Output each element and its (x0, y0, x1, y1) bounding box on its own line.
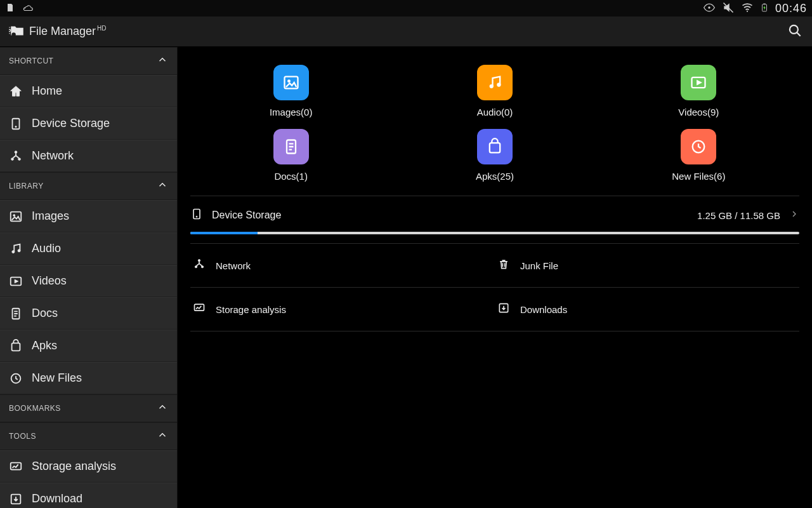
svg-point-17 (708, 6, 710, 8)
svg-point-21 (11, 32, 15, 37)
storage-status: 1.25 GB / 11.58 GB (697, 210, 780, 221)
sidebar-item-videos[interactable]: Videos (0, 265, 177, 297)
sidebar-section-label: LIBRARY (9, 182, 44, 190)
tool-label: Downloads (520, 304, 567, 315)
category-label: Audio(0) (477, 107, 513, 117)
apk-icon (477, 129, 513, 164)
app-header: File ManagerHD (0, 17, 812, 47)
sidebar-section-tools[interactable]: TOOLS (0, 422, 177, 450)
sidebar: SHORTCUT Home Device Storage Network LIB… (0, 47, 178, 508)
sidebar-item-images[interactable]: Images (0, 200, 177, 232)
download-icon (497, 302, 510, 317)
storage-icon (190, 208, 203, 223)
network-icon (9, 149, 23, 163)
audio-icon (9, 242, 23, 256)
mute-icon (722, 1, 735, 16)
tools-grid: Network Junk File Storage analysis Downl… (190, 244, 799, 331)
analysis-icon (193, 302, 206, 317)
category-label: Images(0) (270, 107, 313, 117)
category-new-files[interactable]: New Files(6) (597, 129, 801, 182)
category-docs[interactable]: Docs(1) (189, 129, 393, 182)
storage-progress (190, 232, 799, 234)
sidebar-item-label: Device Storage (32, 117, 110, 130)
apk-icon (9, 339, 23, 353)
battery-charging-icon (760, 1, 769, 16)
chevron-up-icon (157, 54, 168, 68)
tool-label: Storage analysis (216, 304, 286, 315)
sidebar-item-device-storage[interactable]: Device Storage (0, 107, 177, 140)
image-icon (9, 210, 23, 224)
clock-icon (681, 129, 716, 164)
sidebar-item-label: Audio (32, 242, 61, 255)
sidebar-item-network[interactable]: Network (0, 140, 177, 172)
trash-icon (497, 258, 510, 273)
audio-icon (477, 65, 513, 100)
sidebar-item-audio[interactable]: Audio (0, 232, 177, 265)
chevron-up-icon (157, 401, 168, 415)
category-images[interactable]: Images(0) (189, 65, 393, 117)
chevron-up-icon (157, 429, 168, 443)
chevron-up-icon (157, 179, 168, 193)
sidebar-section-label: BOOKMARKS (9, 404, 61, 413)
tool-storage-analysis[interactable]: Storage analysis (190, 287, 495, 331)
android-status-bar: 00:46 (0, 0, 812, 17)
storage-icon (9, 117, 23, 131)
sidebar-item-download[interactable]: Download (0, 483, 177, 508)
sidebar-item-label: Download (32, 492, 82, 505)
sidebar-item-label: Storage analysis (32, 460, 116, 473)
app-title: File ManagerHD (29, 25, 107, 38)
sidebar-item-label: Docs (32, 307, 58, 320)
doc-icon (273, 129, 309, 164)
category-label: New Files(6) (672, 171, 725, 182)
category-apks[interactable]: Apks(25) (393, 129, 596, 182)
tool-downloads[interactable]: Downloads (495, 287, 799, 331)
sidebar-item-label: Apks (32, 339, 57, 352)
analysis-icon (9, 460, 23, 474)
video-icon (9, 274, 23, 288)
main-content: Images(0) Audio(0) Videos(9) Docs(1) Apk… (178, 47, 812, 508)
search-button[interactable] (787, 22, 803, 41)
chevron-right-icon (789, 209, 799, 222)
status-clock: 00:46 (775, 2, 807, 15)
tool-label: Network (216, 260, 251, 271)
tool-label: Junk File (520, 260, 558, 271)
sidebar-item-label: Images (32, 210, 69, 223)
sidebar-item-apks[interactable]: Apks (0, 330, 177, 362)
storage-name: Device Storage (212, 210, 281, 221)
sidebar-item-docs[interactable]: Docs (0, 297, 177, 330)
sidebar-item-label: Videos (32, 274, 67, 288)
category-audio[interactable]: Audio(0) (393, 65, 596, 117)
sidebar-item-label: Home (32, 84, 62, 98)
category-videos[interactable]: Videos(9) (597, 65, 801, 117)
sidebar-section-label: SHORTCUT (9, 57, 53, 65)
weather-icon (22, 2, 33, 15)
sidebar-section-label: TOOLS (9, 432, 36, 441)
clock-icon (9, 371, 23, 385)
doc-icon (9, 307, 23, 321)
video-icon (681, 65, 716, 100)
image-icon (273, 65, 309, 100)
sidebar-item-new-files[interactable]: New Files (0, 362, 177, 394)
app-brand: File ManagerHD (9, 22, 107, 41)
network-icon (193, 258, 206, 273)
home-icon (9, 84, 23, 98)
sidebar-item-label: Network (32, 149, 74, 163)
svg-rect-20 (763, 3, 766, 4)
sidebar-item-storage-analysis[interactable]: Storage analysis (0, 450, 177, 483)
storage-row[interactable]: Device Storage 1.25 GB / 11.58 GB (190, 196, 799, 244)
sidebar-section-library[interactable]: LIBRARY (0, 172, 177, 200)
sidebar-section-shortcut[interactable]: SHORTCUT (0, 47, 177, 75)
download-icon (9, 492, 23, 506)
sidebar-item-home[interactable]: Home (0, 75, 177, 107)
svg-point-18 (747, 10, 748, 11)
sdcard-icon (5, 3, 15, 15)
category-grid: Images(0) Audio(0) Videos(9) Docs(1) Apk… (183, 47, 807, 196)
folder-icon (9, 22, 25, 41)
storage-progress-bar (190, 232, 258, 234)
sidebar-section-bookmarks[interactable]: BOOKMARKS (0, 394, 177, 422)
category-label: Apks(25) (476, 171, 514, 182)
tool-network[interactable]: Network (190, 244, 495, 287)
category-label: Docs(1) (274, 171, 308, 182)
eye-icon (703, 1, 716, 16)
tool-junk-file[interactable]: Junk File (495, 244, 799, 287)
